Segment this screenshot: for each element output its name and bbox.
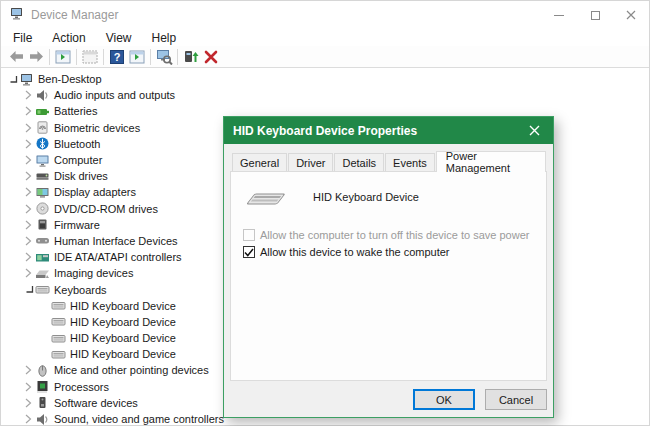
- properties-dialog: HID Keyboard Device Properties GeneralDr…: [223, 116, 554, 418]
- chevron-expanded-icon[interactable]: [22, 285, 35, 294]
- tree-item-label: DVD/CD-ROM drives: [54, 203, 158, 215]
- keyboard-icon: [243, 186, 289, 208]
- keyboard-icon: [51, 348, 66, 361]
- menu-item-help[interactable]: Help: [142, 31, 187, 45]
- tree-item-label: HID Keyboard Device: [70, 348, 176, 360]
- checkbox-label: Allow this device to wake the computer: [260, 246, 450, 258]
- window-controls: [541, 1, 649, 29]
- ide-icon: [35, 251, 50, 264]
- maximize-icon[interactable]: [577, 1, 613, 29]
- tree-row[interactable]: Ben-Desktop: [1, 71, 649, 87]
- toolbar: ?: [1, 46, 649, 68]
- tree-item-label: Disk drives: [54, 170, 108, 182]
- chevron-collapsed-icon[interactable]: [22, 90, 35, 100]
- action-pane-icon[interactable]: [127, 47, 147, 66]
- svg-text:?: ?: [114, 51, 121, 63]
- tab-power-management[interactable]: Power Management: [436, 151, 546, 172]
- forward-icon[interactable]: [26, 47, 46, 66]
- tree-item-label: Ben-Desktop: [38, 73, 102, 85]
- toolbar-separator: [177, 49, 178, 65]
- chevron-collapsed-icon[interactable]: [22, 236, 35, 246]
- checkbox-checked[interactable]: [243, 246, 255, 258]
- imaging-icon: [35, 267, 50, 280]
- tab-general[interactable]: General: [232, 153, 287, 171]
- uninstall-icon[interactable]: [201, 47, 221, 66]
- close-icon[interactable]: [524, 121, 544, 141]
- battery-icon: [35, 105, 50, 118]
- tab-details[interactable]: Details: [334, 153, 384, 171]
- tree-item-label: Keyboards: [54, 284, 107, 296]
- dialog-titlebar: HID Keyboard Device Properties: [224, 117, 553, 144]
- tree-item-label: Bluetooth: [54, 138, 100, 150]
- chevron-collapsed-icon[interactable]: [22, 171, 35, 181]
- chevron-collapsed-icon[interactable]: [22, 123, 35, 133]
- device-row: HID Keyboard Device: [243, 186, 534, 208]
- toolbar-separator: [49, 49, 50, 65]
- chevron-collapsed-icon[interactable]: [22, 268, 35, 278]
- checkbox-group: Allow the computer to turn off this devi…: [243, 227, 534, 260]
- ok-button[interactable]: OK: [413, 389, 475, 410]
- toolbar-separator: [150, 49, 151, 65]
- tree-item-label: Firmware: [54, 219, 100, 231]
- hid-icon: [35, 234, 50, 247]
- minimize-icon[interactable]: [541, 1, 577, 29]
- chevron-expanded-icon[interactable]: [6, 75, 19, 84]
- back-icon[interactable]: [6, 47, 26, 66]
- monitor-icon: [35, 154, 50, 167]
- tree-item-label: Human Interface Devices: [54, 235, 178, 247]
- chevron-collapsed-icon[interactable]: [22, 139, 35, 149]
- tree-item-label: Software devices: [54, 397, 138, 409]
- properties-icon[interactable]: [80, 47, 100, 66]
- dialog-footer: OK Cancel: [413, 389, 547, 410]
- chevron-collapsed-icon[interactable]: [22, 365, 35, 375]
- dialog-body: GeneralDriverDetailsEventsPower Manageme…: [224, 144, 553, 419]
- menu-item-view[interactable]: View: [96, 31, 142, 45]
- chevron-collapsed-icon[interactable]: [22, 204, 35, 214]
- cd-icon: [35, 202, 50, 215]
- console-tree-icon[interactable]: [53, 47, 73, 66]
- keyboard-icon: [35, 283, 50, 296]
- firmware-icon: [35, 218, 50, 231]
- chevron-collapsed-icon[interactable]: [22, 155, 35, 165]
- tree-item-label: Computer: [54, 154, 102, 166]
- disk-icon: [35, 170, 50, 183]
- chevron-collapsed-icon[interactable]: [22, 220, 35, 230]
- tab-events[interactable]: Events: [385, 153, 435, 171]
- chevron-collapsed-icon[interactable]: [22, 414, 35, 424]
- toolbar-separator: [103, 49, 104, 65]
- close-icon[interactable]: [613, 1, 649, 29]
- titlebar: Device Manager: [1, 1, 649, 29]
- processor-icon: [35, 380, 50, 393]
- dialog-title: HID Keyboard Device Properties: [233, 124, 417, 138]
- tab-driver[interactable]: Driver: [288, 153, 333, 171]
- help-icon[interactable]: ?: [107, 47, 127, 66]
- tree-item-label: Audio inputs and outputs: [54, 89, 175, 101]
- chevron-collapsed-icon[interactable]: [22, 382, 35, 392]
- bluetooth-icon: [35, 137, 50, 150]
- tree-item-label: HID Keyboard Device: [70, 300, 176, 312]
- device-manager-app-icon: [9, 7, 25, 23]
- keyboard-icon: [51, 299, 66, 312]
- chevron-collapsed-icon[interactable]: [22, 187, 35, 197]
- power-management-tabpage: HID Keyboard Device Allow the computer t…: [230, 171, 547, 381]
- tree-item-label: HID Keyboard Device: [70, 316, 176, 328]
- checkbox-row[interactable]: Allow this device to wake the computer: [243, 244, 534, 260]
- menu-item-action[interactable]: Action: [42, 31, 95, 45]
- cancel-button[interactable]: Cancel: [485, 389, 547, 410]
- tree-item-label: Processors: [54, 381, 109, 393]
- mouse-icon: [35, 364, 50, 377]
- tree-item-label: Batteries: [54, 105, 97, 117]
- checkbox-label: Allow the computer to turn off this devi…: [260, 229, 529, 241]
- menu-item-file[interactable]: File: [3, 31, 42, 45]
- checkbox-disabled: [243, 229, 255, 241]
- speaker-icon: [35, 89, 50, 102]
- chevron-collapsed-icon[interactable]: [22, 252, 35, 262]
- chevron-collapsed-icon[interactable]: [22, 106, 35, 116]
- update-driver-icon[interactable]: [181, 47, 201, 66]
- tree-item-label: Biometric devices: [54, 122, 140, 134]
- tree-row[interactable]: Audio inputs and outputs: [1, 87, 649, 103]
- scan-hardware-icon[interactable]: [154, 47, 174, 66]
- menubar: FileActionViewHelp: [1, 29, 649, 46]
- toolbar-separator: [76, 49, 77, 65]
- chevron-collapsed-icon[interactable]: [22, 398, 35, 408]
